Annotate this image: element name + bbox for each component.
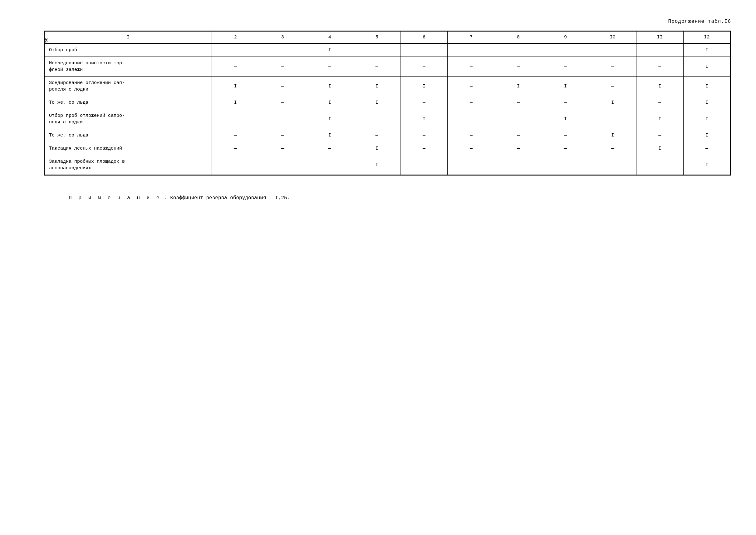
row-cell: — (259, 129, 306, 142)
row-cell: — (306, 142, 353, 155)
note-section: П р и м е ч а н и е . Коэффициент резерв… (44, 194, 731, 202)
row-cell: — (259, 76, 306, 96)
row-cell: I (636, 109, 683, 129)
col-header-11: II (636, 31, 683, 44)
row-cell: — (353, 57, 400, 76)
table-row: То же, со льдаI—II————I—I (44, 96, 731, 109)
row-label: Исследование пнистости тор- фяной залежи (44, 57, 212, 76)
row-cell: — (495, 155, 542, 175)
row-cell: — (495, 142, 542, 155)
row-cell: — (212, 129, 259, 142)
row-cell: — (400, 43, 447, 57)
row-cell: I (542, 76, 589, 96)
row-cell: I (589, 129, 636, 142)
page-header: Продолжение табл.I6 (44, 19, 731, 24)
row-label: Таксация лесных насаждений (44, 142, 212, 155)
row-cell: I (683, 57, 730, 76)
row-cell: — (212, 142, 259, 155)
row-label: Отбор проб (44, 43, 212, 57)
row-cell: I (306, 109, 353, 129)
col-header-1: I (44, 31, 212, 44)
row-cell: — (259, 142, 306, 155)
row-cell: — (542, 43, 589, 57)
main-table: I 2 3 4 5 6 7 8 9 IO II I2 Отбор проб——I… (44, 31, 731, 176)
row-cell: — (447, 155, 495, 175)
row-cell: — (683, 142, 730, 155)
row-cell: I (306, 76, 353, 96)
table-header-row: I 2 3 4 5 6 7 8 9 IO II I2 (44, 31, 731, 44)
table-row: Исследование пнистости тор- фяной залежи… (44, 57, 731, 76)
table-row: То же, со льда——I—————I—I (44, 129, 731, 142)
col-header-5: 5 (353, 31, 400, 44)
row-cell: I (400, 109, 447, 129)
row-cell: — (353, 43, 400, 57)
row-cell: I (683, 43, 730, 57)
row-cell: I (683, 129, 730, 142)
col-header-3: 3 (259, 31, 306, 44)
note-label: П р и м е ч а н и е (69, 195, 161, 201)
row-cell: — (542, 96, 589, 109)
row-cell: I (212, 76, 259, 96)
row-cell: I (636, 76, 683, 96)
row-label: Отбор проб отложений сапро- пеля с лодки (44, 109, 212, 129)
row-cell: — (636, 43, 683, 57)
row-cell: — (542, 57, 589, 76)
row-cell: — (542, 155, 589, 175)
row-cell: — (259, 96, 306, 109)
table-row: Зондирование отложений сап- ропеля с лод… (44, 76, 731, 96)
row-label: Закладка пробных площадок в лесонасажден… (44, 155, 212, 175)
row-cell: — (212, 57, 259, 76)
table-container: I 2 3 4 5 6 7 8 9 IO II I2 Отбор проб——I… (44, 31, 731, 176)
row-cell: I (353, 76, 400, 96)
row-cell: — (400, 96, 447, 109)
row-cell: I (683, 155, 730, 175)
row-cell: — (306, 155, 353, 175)
col-header-6: 6 (400, 31, 447, 44)
row-cell: — (542, 129, 589, 142)
row-cell: — (259, 109, 306, 129)
note-separator: . (164, 195, 170, 201)
table-row: Закладка пробных площадок в лесонасажден… (44, 155, 731, 175)
row-cell: — (400, 129, 447, 142)
col-header-7: 7 (447, 31, 495, 44)
row-cell: I (306, 129, 353, 142)
row-cell: I (400, 76, 447, 96)
row-cell: — (353, 109, 400, 129)
row-cell: — (447, 109, 495, 129)
row-cell: — (636, 57, 683, 76)
row-cell: I (353, 142, 400, 155)
note-text: Коэффициент резерва оборудования – I,25. (170, 195, 290, 201)
row-cell: I (353, 155, 400, 175)
row-label: То же, со льда (44, 96, 212, 109)
col-header-12: I2 (683, 31, 730, 44)
row-cell: — (636, 96, 683, 109)
row-cell: I (589, 96, 636, 109)
row-cell: — (400, 57, 447, 76)
row-cell: — (589, 142, 636, 155)
col-header-4: 4 (306, 31, 353, 44)
row-cell: — (447, 57, 495, 76)
row-cell: I (212, 96, 259, 109)
row-cell: I (683, 76, 730, 96)
row-cell: — (589, 57, 636, 76)
row-label: Зондирование отложений сап- ропеля с лод… (44, 76, 212, 96)
row-cell: — (495, 129, 542, 142)
row-cell: — (589, 43, 636, 57)
row-cell: — (495, 57, 542, 76)
row-cell: — (636, 155, 683, 175)
row-cell: — (636, 129, 683, 142)
row-cell: — (447, 76, 495, 96)
page-wrapper: 58 Продолжение табл.I6 I 2 3 4 5 6 7 8 9… (25, 19, 731, 202)
col-header-8: 8 (495, 31, 542, 44)
table-row: Отбор проб——I———————I (44, 43, 731, 57)
row-label: То же, со льда (44, 129, 212, 142)
row-cell: — (259, 43, 306, 57)
row-cell: I (353, 96, 400, 109)
row-cell: — (495, 109, 542, 129)
row-cell: — (495, 43, 542, 57)
table-title: Продолжение табл.I6 (668, 19, 731, 24)
row-cell: I (683, 109, 730, 129)
row-cell: — (447, 142, 495, 155)
row-cell: — (495, 96, 542, 109)
col-header-10: IO (589, 31, 636, 44)
